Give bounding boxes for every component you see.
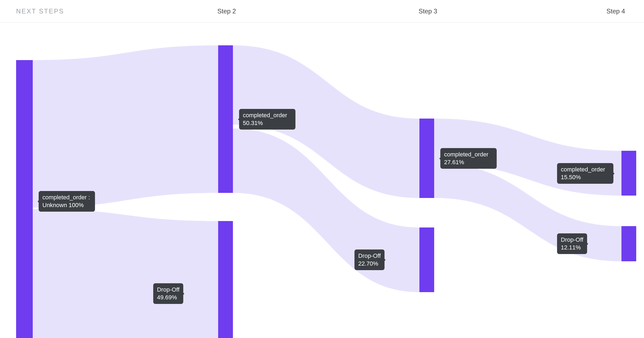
sankey-flows [33, 45, 621, 338]
tooltip-step4-dropoff: Drop-Off 12.11% [557, 233, 587, 254]
flow-s1-s2-completed[interactable] [33, 45, 218, 208]
tooltip-step2-dropoff: Drop-Off 49.69% [153, 283, 183, 304]
sankey-chart: completed_order : Unknown 100% completed… [0, 23, 644, 338]
tooltip-label: Drop-Off [358, 252, 381, 259]
header-step-3: Step 3 [419, 8, 437, 15]
tooltip-pct: 27.61% [444, 159, 464, 166]
header-step-4: Step 4 [606, 8, 625, 15]
node-step1[interactable] [16, 60, 33, 338]
node-step2-dropoff[interactable] [218, 221, 233, 338]
tooltip-step1-node: completed_order : Unknown 100% [39, 191, 95, 212]
tooltip-pct: 22.70% [358, 260, 378, 267]
header: NEXT STEPS Step 2 Step 3 Step 4 [0, 0, 644, 23]
header-step-2: Step 2 [217, 8, 236, 15]
header-left-label: NEXT STEPS [16, 8, 64, 15]
node-step4-dropoff[interactable] [621, 226, 636, 261]
tooltip-step4-completed: completed_order 15.50% [557, 163, 613, 184]
tooltip-label: completed_order [444, 151, 488, 158]
node-step2-completed[interactable] [218, 45, 233, 193]
node-step4-completed[interactable] [621, 151, 636, 196]
tooltip-label: completed_order [561, 166, 605, 173]
tooltip-pct: 49.69% [157, 294, 177, 301]
tooltip-step3-dropoff: Drop-Off 22.70% [354, 249, 385, 270]
tooltip-pct: 12.11% [561, 244, 581, 251]
tooltip-pct: 15.50% [561, 174, 581, 181]
tooltip-pct: 100% [69, 202, 84, 208]
flow-s1-s2-dropoff[interactable] [33, 209, 218, 338]
node-step3-completed[interactable] [419, 119, 434, 198]
tooltip-step3-completed: completed_order 27.61% [440, 148, 497, 169]
tooltip-label: Drop-Off [561, 236, 583, 243]
node-step3-dropoff[interactable] [419, 227, 434, 292]
tooltip-label: Drop-Off [157, 286, 180, 293]
tooltip-pct: 50.31% [243, 120, 263, 126]
tooltip-label: completed_order [243, 112, 287, 119]
tooltip-step2-completed: completed_order 50.31% [239, 109, 295, 130]
sankey-svg [0, 23, 644, 338]
